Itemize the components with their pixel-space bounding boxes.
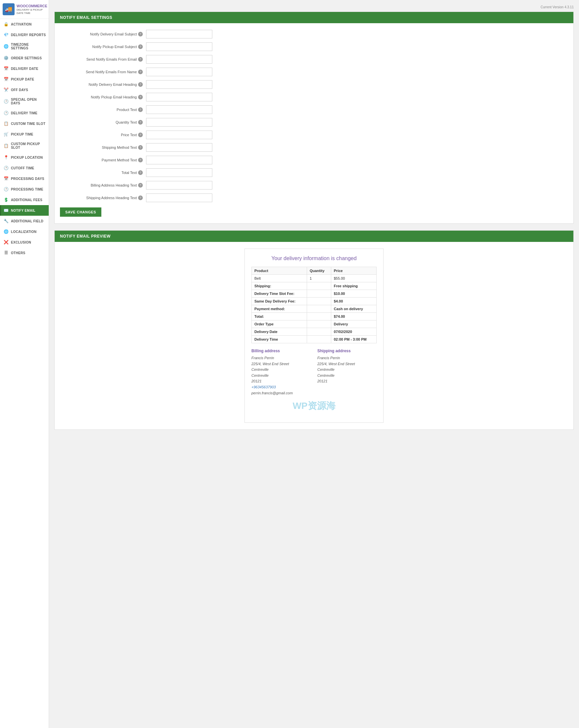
sidebar-item-processing-time[interactable]: 🕐 Processing Time <box>0 184 49 194</box>
help-icon-delivery-email-subject[interactable]: ? <box>138 32 143 36</box>
sidebar-item-delivery-reports[interactable]: 💎 Delivery Reports <box>0 29 49 40</box>
email-row-price-8: 02:00 PM - 3:00 PM <box>331 336 376 343</box>
form-input-shipping-address-heading[interactable] <box>146 193 212 202</box>
help-icon-shipping-method-text[interactable]: ? <box>138 145 143 150</box>
sidebar-icon-additional-field: 🔧 <box>4 218 9 224</box>
sidebar-item-order-settings[interactable]: ⚙️ Order Settings <box>0 53 49 63</box>
form-label-send-notify-from-email: Send Notify Emails From Email ? <box>60 57 146 62</box>
email-row-label-7: Delivery Date <box>252 328 307 336</box>
form-input-send-notify-from-name[interactable] <box>146 68 212 76</box>
sidebar-icon-localization: 🌐 <box>4 229 9 234</box>
email-row-qty-0: 1 <box>307 275 331 282</box>
sidebar-item-cutoff-time[interactable]: 🕐 Cutoff Time <box>0 163 49 173</box>
help-icon-quantity-text[interactable]: ? <box>138 120 143 125</box>
sidebar-icon-delivery-date: 📅 <box>4 66 9 71</box>
billing-phone[interactable]: +96345637903 <box>252 385 276 389</box>
form-input-quantity-text[interactable] <box>146 118 212 127</box>
form-row-pickup-email-subject: Notify Pickup Email Subject ? <box>60 43 568 51</box>
sidebar-item-processing-days[interactable]: 📅 Processing Days <box>0 173 49 184</box>
sidebar-item-delivery-time[interactable]: 🕐 Delivery Time <box>0 108 49 118</box>
form-input-product-text[interactable] <box>146 105 212 114</box>
form-row-payment-method-text: Payment Method Text ? <box>60 156 568 164</box>
form-input-price-text[interactable] <box>146 131 212 139</box>
sidebar: 🚚 WooCommerce Delivery & Pickup Date Tim… <box>0 0 49 728</box>
sidebar-item-off-days[interactable]: ✂️ Off Days <box>0 84 49 95</box>
sidebar-item-additional-field[interactable]: 🔧 Additional Field <box>0 216 49 226</box>
help-icon-pickup-email-subject[interactable]: ? <box>138 44 143 49</box>
shipping-address-content: Francis Perrin 225/4, West End Street Ce… <box>317 355 377 384</box>
sidebar-item-pickup-date[interactable]: 📅 Pickup Date <box>0 74 49 84</box>
sidebar-icon-pickup-time: 🛒 <box>4 132 9 137</box>
billing-address1: 225/4, West End Street <box>252 362 289 366</box>
form-input-delivery-email-heading[interactable] <box>146 80 212 89</box>
sidebar-item-others[interactable]: ☰ Others <box>0 248 49 258</box>
form-input-payment-method-text[interactable] <box>146 156 212 164</box>
sidebar-item-delivery-date[interactable]: 📅 Delivery Date <box>0 63 49 74</box>
version-bar: Current Version 4.3.11 <box>54 5 574 9</box>
form-fields-container: Notify Delivery Email Subject ? Notify P… <box>60 30 568 202</box>
form-row-send-notify-from-name: Send Notify Emails From Name ? <box>60 68 568 76</box>
form-input-shipping-method-text[interactable] <box>146 143 212 152</box>
sidebar-icon-cutoff-time: 🕐 <box>4 165 9 171</box>
form-input-pickup-email-heading[interactable] <box>146 93 212 101</box>
help-icon-delivery-email-heading[interactable]: ? <box>138 82 143 87</box>
sidebar-icon-activation: 🔒 <box>4 22 9 27</box>
form-row-quantity-text: Quantity Text ? <box>60 118 568 127</box>
form-input-pickup-email-subject[interactable] <box>146 43 212 51</box>
email-table-row-0: Belt 1 $55.00 <box>252 275 377 282</box>
watermark-text: WP资源海 <box>292 399 335 412</box>
email-row-qty-1 <box>307 282 331 290</box>
form-input-delivery-email-subject[interactable] <box>146 30 212 38</box>
help-icon-payment-method-text[interactable]: ? <box>138 158 143 162</box>
sidebar-item-localization[interactable]: 🌐 Localization <box>0 226 49 237</box>
sidebar-item-activation[interactable]: 🔒 Activation <box>0 19 49 29</box>
sidebar-icon-special-open-days: 🕐 <box>4 99 9 104</box>
form-input-billing-address-heading[interactable] <box>146 181 212 189</box>
sidebar-item-custom-pickup-slot[interactable]: 📋 Custom Pickup Slot <box>0 139 49 152</box>
help-icon-total-text[interactable]: ? <box>138 170 143 175</box>
email-row-label-5: Total: <box>252 313 307 320</box>
email-row-label-6: Order Type <box>252 320 307 328</box>
save-changes-button[interactable]: SAVE CHANGES <box>60 207 101 217</box>
sidebar-item-special-open-days[interactable]: 🕐 Special Open Days <box>0 95 49 108</box>
sidebar-item-exclusion[interactable]: ❌ Exclusion <box>0 237 49 248</box>
help-icon-shipping-address-heading[interactable]: ? <box>138 196 143 200</box>
email-table-body: Belt 1 $55.00 Shipping: Free shipping De… <box>252 275 377 343</box>
form-input-send-notify-from-email[interactable] <box>146 55 212 63</box>
email-row-qty-3 <box>307 297 331 305</box>
help-icon-price-text[interactable]: ? <box>138 133 143 137</box>
sidebar-item-additional-fees[interactable]: 💲 Additional Fees <box>0 194 49 205</box>
billing-city: Centreville <box>252 367 269 371</box>
sidebar-label-pickup-location: Pickup Location <box>11 156 43 159</box>
form-input-total-text[interactable] <box>146 168 212 177</box>
sidebar-item-notify-email[interactable]: ✉️ Notify Email <box>0 205 49 216</box>
sidebar-item-pickup-location[interactable]: 📍 Pickup Location <box>0 152 49 163</box>
email-row-price-2: $10.00 <box>331 290 376 297</box>
email-table-header-row: ProductQuantityPrice <box>252 267 377 275</box>
sidebar-icon-delivery-reports: 💎 <box>4 32 9 37</box>
help-icon-send-notify-from-name[interactable]: ? <box>138 70 143 74</box>
help-icon-product-text[interactable]: ? <box>138 107 143 112</box>
email-row-price-7: 07/02/2020 <box>331 328 376 336</box>
form-label-send-notify-from-name: Send Notify Emails From Name ? <box>60 70 146 74</box>
address-section: Billing address Francis Perrin 225/4, We… <box>252 348 377 396</box>
shipping-address1: 225/4, West End Street <box>317 362 355 366</box>
sidebar-label-custom-time-slot: Custom Time Slot <box>11 122 45 126</box>
email-preview: Your delivery information is changed Pro… <box>244 249 384 423</box>
help-icon-send-notify-from-email[interactable]: ? <box>138 57 143 62</box>
email-row-price-5: $74.00 <box>331 313 376 320</box>
form-row-price-text: Price Text ? <box>60 131 568 139</box>
form-row-shipping-address-heading: Shipping Address Heading Text ? <box>60 193 568 202</box>
sidebar-label-pickup-date: Pickup Date <box>11 78 34 81</box>
shipping-state: Centreville <box>317 373 335 378</box>
sidebar-icon-custom-pickup-slot: 📋 <box>4 143 9 149</box>
notify-email-preview-header: NOTIFY EMAIL PREVIEW <box>55 231 573 242</box>
sidebar-label-additional-fees: Additional Fees <box>11 198 43 202</box>
sidebar-item-pickup-time[interactable]: 🛒 Pickup Time <box>0 129 49 139</box>
shipping-address-block: Shipping address Francis Perrin 225/4, W… <box>317 348 377 396</box>
sidebar-item-custom-time-slot[interactable]: 📋 Custom Time Slot <box>0 118 49 129</box>
sidebar-label-off-days: Off Days <box>11 88 28 92</box>
sidebar-item-timezone-settings[interactable]: 🌐 Timezone Settings <box>0 40 49 53</box>
help-icon-billing-address-heading[interactable]: ? <box>138 183 143 187</box>
help-icon-pickup-email-heading[interactable]: ? <box>138 95 143 99</box>
